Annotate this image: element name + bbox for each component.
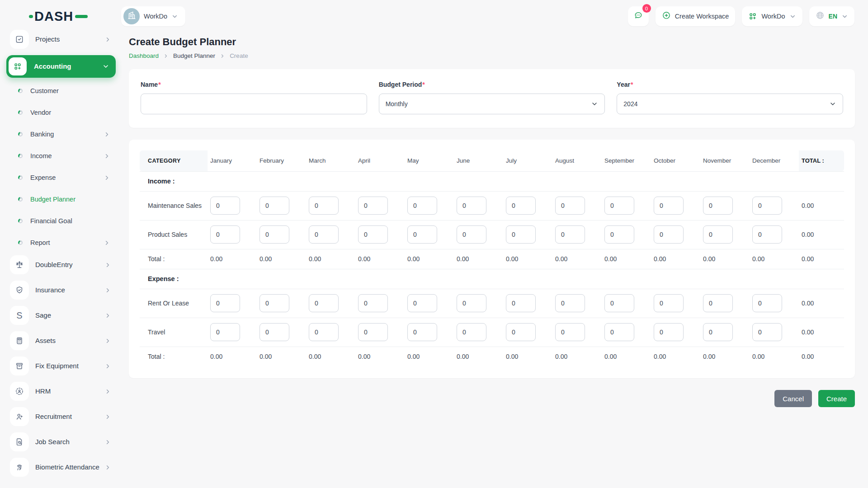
month-cell [602,289,651,318]
sidebar-item-projects[interactable]: Projects [6,30,116,49]
sidebar-item-label: Financial Goal [30,217,72,225]
sidebar-item-expense[interactable]: Expense [6,169,116,187]
budget-input[interactable] [654,294,684,312]
sidebar-item-doubleentry[interactable]: DoubleEntry [6,255,116,274]
budget-input[interactable] [703,225,733,244]
name-input[interactable] [141,94,367,114]
sidebar-item-financial-goal[interactable]: Financial Goal [6,212,116,230]
budget-input[interactable] [555,294,585,312]
budget-period-select[interactable]: Monthly [379,94,605,114]
budget-input[interactable] [259,323,289,341]
budget-input[interactable] [604,225,634,244]
budget-period-value: Monthly [386,100,408,108]
budget-input[interactable] [407,225,437,244]
sidebar-item-biometric-attendance[interactable]: Biometric Attendance [6,458,116,477]
month-cell [552,289,602,318]
workspace-menu-button[interactable]: WorkDo [742,6,802,26]
budget-input[interactable] [259,294,289,312]
budget-input[interactable] [703,197,733,215]
budget-input[interactable] [210,323,240,341]
month-total: 0.00 [454,249,503,269]
budget-input[interactable] [457,225,486,244]
budget-input[interactable] [604,323,634,341]
month-cell [552,191,602,220]
budget-input[interactable] [555,225,585,244]
sidebar-item-job-search[interactable]: Job Search [6,432,116,451]
month-cell [503,191,552,220]
budget-input[interactable] [555,197,585,215]
budget-input[interactable] [752,294,782,312]
breadcrumb-budget-planner[interactable]: Budget Planner [173,52,215,59]
sidebar-item-accounting[interactable]: Accounting [6,55,116,78]
budget-input[interactable] [457,323,486,341]
sidebar-item-report[interactable]: Report [6,234,116,252]
budget-input[interactable] [210,294,240,312]
budget-input[interactable] [407,197,437,215]
cancel-button[interactable]: Cancel [774,390,812,407]
budget-input[interactable] [604,197,634,215]
budget-input[interactable] [309,225,339,244]
budget-input[interactable] [703,294,733,312]
budget-input[interactable] [506,294,536,312]
sidebar-item-hrm[interactable]: HRM [6,382,116,401]
budget-input[interactable] [210,225,240,244]
breadcrumb-dashboard[interactable]: Dashboard [129,52,159,59]
sidebar-item-label: Sage [35,311,51,320]
year-select[interactable]: 2024 [617,94,843,114]
sidebar-item-label: Recruitment [35,413,72,421]
budget-input[interactable] [752,323,782,341]
sidebar-item-sage[interactable]: SSage [6,306,116,325]
budget-input[interactable] [457,294,486,312]
month-header: October [651,150,700,171]
sidebar-item-customer[interactable]: Customer [6,82,116,100]
budget-input[interactable] [506,197,536,215]
budget-input[interactable] [309,294,339,312]
budget-input[interactable] [358,294,388,312]
budget-input[interactable] [752,197,782,215]
budget-input[interactable] [506,225,536,244]
table-row-product-sales: Product Sales0.00 [140,220,844,249]
workspace-selector[interactable]: WorkDo [121,6,185,26]
budget-input[interactable] [358,323,388,341]
budget-input[interactable] [358,225,388,244]
create-workspace-button[interactable]: Create Workspace [656,6,736,26]
budget-input[interactable] [358,197,388,215]
budget-input[interactable] [604,294,634,312]
sidebar-item-recruitment[interactable]: Recruitment [6,407,116,426]
totals-label: Total : [140,249,208,269]
calculator-icon [10,331,29,350]
budget-input[interactable] [407,323,437,341]
name-label: Name* [141,81,367,88]
sidebar-item-assets[interactable]: Assets [6,331,116,350]
budget-input[interactable] [210,197,240,215]
budget-input[interactable] [703,323,733,341]
month-total: 0.00 [651,249,700,269]
category-label: Rent Or Lease [140,289,208,318]
sidebar-item-insurance[interactable]: Insurance [6,281,116,300]
month-cell [355,289,405,318]
sidebar-item-banking[interactable]: Banking [6,125,116,143]
budget-input[interactable] [506,323,536,341]
sidebar-item-income[interactable]: Income [6,147,116,165]
budget-input[interactable] [407,294,437,312]
budget-input[interactable] [654,225,684,244]
budget-input[interactable] [752,225,782,244]
budget-input[interactable] [309,323,339,341]
budget-input[interactable] [309,197,339,215]
sidebar-item-fix-equipment[interactable]: Fix Equipment [6,357,116,375]
month-cell [306,220,355,249]
budget-input[interactable] [259,225,289,244]
language-label: EN [829,13,837,20]
budget-input[interactable] [457,197,486,215]
budget-input[interactable] [654,197,684,215]
budget-input[interactable] [555,323,585,341]
sidebar-item-budget-planner[interactable]: Budget Planner [6,190,116,208]
language-selector[interactable]: EN [809,6,854,26]
category-label: Product Sales [140,220,208,249]
sidebar-item-vendor[interactable]: Vendor [6,103,116,122]
budget-input[interactable] [654,323,684,341]
budget-input[interactable] [259,197,289,215]
create-button[interactable]: Create [818,390,855,407]
month-cell [208,289,257,318]
messages-button[interactable]: 0 [628,6,649,26]
